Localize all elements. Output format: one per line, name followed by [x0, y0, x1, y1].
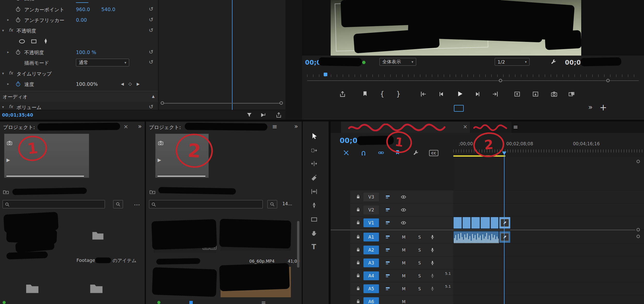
track-content-a4[interactable]	[453, 269, 644, 282]
rectangle-tool-icon[interactable]	[310, 216, 318, 223]
track-name[interactable]: A3	[363, 259, 379, 267]
lock-icon[interactable]	[355, 286, 361, 291]
voiceover-mic-icon[interactable]	[430, 247, 435, 253]
play-preview-icon[interactable]: ▶	[158, 157, 161, 163]
track-visibility-eye-icon[interactable]	[400, 220, 407, 226]
playback-resolution-dropdown[interactable]: 1/2 ▾	[495, 58, 530, 66]
zoom-handle-right[interactable]	[606, 79, 610, 82]
voiceover-mic-icon[interactable]	[430, 286, 435, 292]
mark-in-icon[interactable]: {	[380, 90, 384, 98]
zoom-scrollbar[interactable]	[307, 80, 639, 81]
track-content-a2[interactable]	[453, 244, 644, 256]
track-name[interactable]: A6	[363, 297, 379, 304]
folder-icon[interactable]	[24, 281, 41, 296]
reset-icon[interactable]: ↺	[149, 59, 153, 65]
panel-more-icon[interactable]: »	[138, 123, 142, 130]
video-clip[interactable]	[499, 217, 510, 229]
mute-button[interactable]: M	[400, 260, 407, 266]
add-marker-icon[interactable]	[361, 90, 369, 98]
next-keyframe-icon[interactable]: ▶	[137, 82, 140, 86]
find-button[interactable]	[113, 200, 123, 208]
track-visibility-eye-icon[interactable]	[400, 207, 407, 213]
step-back-icon[interactable]	[437, 90, 445, 98]
divider-handle[interactable]	[637, 235, 640, 238]
mute-button[interactable]: M	[400, 273, 407, 279]
anchor-x-value[interactable]: 960.0	[76, 6, 90, 12]
playhead-line[interactable]	[504, 153, 505, 304]
lock-icon[interactable]	[355, 220, 361, 225]
video-clip[interactable]	[480, 217, 490, 229]
track-content-v3[interactable]	[453, 191, 644, 203]
audio-clip[interactable]	[453, 231, 499, 243]
selection-tool-icon[interactable]	[310, 132, 318, 140]
reset-icon[interactable]: ↺	[149, 17, 153, 23]
linked-selection-icon[interactable]	[378, 149, 384, 156]
antiflicker-value[interactable]: 0.00	[76, 17, 87, 23]
track-content-a6[interactable]	[453, 295, 644, 304]
scroll-handle-left[interactable]	[161, 101, 164, 105]
find-button[interactable]	[267, 200, 277, 208]
search-input[interactable]	[12, 201, 104, 208]
source-patch-icon[interactable]	[385, 194, 391, 200]
opacity-value[interactable]: 100.0 %	[76, 49, 96, 55]
lock-icon[interactable]	[355, 260, 361, 265]
video-clip[interactable]	[453, 217, 462, 229]
reset-icon[interactable]: ↺	[149, 6, 153, 12]
zoom-level-dropdown[interactable]: 全体表示 ▾	[379, 58, 416, 66]
lock-icon[interactable]	[355, 234, 361, 240]
voiceover-mic-icon[interactable]	[430, 234, 435, 240]
filter-icon[interactable]	[246, 112, 253, 118]
track-name[interactable]: V2	[363, 206, 379, 214]
track-visibility-eye-icon[interactable]	[400, 194, 407, 200]
video-audio-divider[interactable]	[331, 230, 635, 230]
collapse-icon[interactable]: ▾	[2, 105, 4, 109]
solo-button[interactable]: S	[416, 247, 423, 253]
pen-tool-icon[interactable]	[310, 202, 318, 209]
clip-name[interactable]: 06_60p.MP4	[249, 259, 275, 264]
folder-icon[interactable]	[91, 229, 105, 242]
lock-icon[interactable]	[355, 273, 361, 278]
folder-icon[interactable]	[88, 281, 105, 296]
mute-button[interactable]: M	[400, 299, 407, 304]
track-name[interactable]: V3	[363, 193, 379, 201]
source-patch-icon[interactable]	[385, 273, 391, 279]
focused-button-indicator[interactable]	[454, 105, 464, 112]
stopwatch-icon[interactable]	[15, 49, 21, 55]
rectangle-mask-icon[interactable]	[30, 37, 38, 45]
source-patch-icon[interactable]	[385, 234, 391, 240]
export-icon[interactable]	[275, 112, 282, 118]
nest-toggle-icon[interactable]	[343, 149, 350, 156]
anchor-y-value[interactable]: 540.0	[101, 6, 115, 12]
ripple-edit-tool-icon[interactable]	[310, 160, 318, 168]
navigate-up-icon[interactable]	[149, 189, 156, 195]
reset-icon[interactable]: ↺	[149, 0, 153, 1]
track-name[interactable]: V1	[363, 218, 379, 227]
track-name[interactable]: A1	[363, 233, 379, 241]
video-clip[interactable]	[462, 217, 471, 229]
new-item-indicator[interactable]	[189, 301, 193, 304]
source-patch-icon[interactable]	[385, 247, 391, 253]
lock-icon[interactable]	[355, 207, 361, 212]
play-button-icon[interactable]	[456, 90, 464, 98]
export-still-camera-icon[interactable]	[550, 90, 558, 98]
scroll-handle-right[interactable]	[280, 101, 283, 105]
voiceover-mic-icon[interactable]	[430, 260, 435, 266]
ellipse-mask-icon[interactable]	[18, 37, 26, 45]
sequence-tab-active[interactable]: ×	[341, 121, 470, 133]
clip-thumbnail[interactable]	[153, 269, 216, 298]
panel-more-icon[interactable]: »	[294, 123, 298, 130]
track-name[interactable]: A4	[363, 271, 379, 280]
track-name[interactable]: A5	[363, 284, 379, 293]
go-to-out-icon[interactable]	[492, 90, 499, 98]
expand-icon[interactable]: ▸	[7, 18, 9, 22]
video-clip[interactable]	[471, 217, 480, 229]
play-preview-icon[interactable]: ▶	[6, 157, 10, 163]
stopwatch-icon[interactable]	[15, 6, 21, 12]
reset-icon[interactable]: ↺	[149, 49, 153, 55]
lift-icon[interactable]	[514, 90, 521, 98]
more-options-icon[interactable]: …	[134, 200, 140, 207]
close-tab-icon[interactable]: ×	[123, 123, 128, 130]
source-patch-icon[interactable]	[385, 260, 391, 266]
stopwatch-icon[interactable]	[15, 81, 21, 87]
video-clip[interactable]	[491, 217, 499, 229]
